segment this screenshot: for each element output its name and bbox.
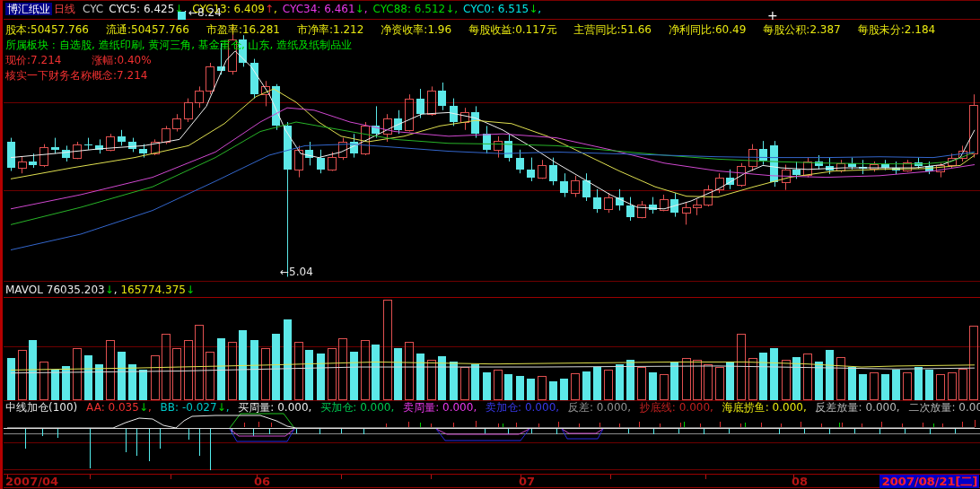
axis-label-2007-04[interactable]: 2007/04 bbox=[5, 475, 58, 488]
mavol-row: MAVOL 76035.203↓, 165774.375↓ bbox=[5, 284, 195, 297]
aa-arrow-icon: ↓ bbox=[139, 401, 148, 414]
cyc34-value: CYC34: 6.461↓, bbox=[283, 3, 368, 15]
change-label: 涨幅: bbox=[92, 54, 117, 66]
indicator-name[interactable]: 中线加仓(100) bbox=[5, 401, 77, 414]
high-price-annotation: ←8.24 bbox=[188, 6, 222, 20]
ind-sell-add: 卖加仓: 0.000, bbox=[486, 401, 559, 414]
roe: 净资收率:1.96 bbox=[381, 23, 451, 37]
ind-aa: AA: 0.035↓, bbox=[86, 401, 152, 414]
sector-list[interactable]: 自选股, 造纸印刷, 黄河三角, 基金重仓, 山东, 造纸及纸制品业 bbox=[59, 39, 352, 51]
eps: 每股收益:0.117元 bbox=[468, 23, 556, 37]
cyc0-arrow-icon: ↓ bbox=[529, 3, 538, 15]
mavol-arrow1-icon: ↓ bbox=[105, 284, 114, 296]
current-price-row: 现价:7.214涨幅:0.40% bbox=[5, 54, 152, 67]
indicator-label-row: 中线加仓(100) AA: 0.035↓, BB: -0.027↓, 买周量: … bbox=[5, 401, 980, 415]
retained-earnings: 每股未分:2.184 bbox=[858, 23, 935, 37]
share-capital: 股本:50457.766 bbox=[5, 23, 89, 37]
ind-contrast: 反差: 0.000, bbox=[568, 401, 631, 414]
ind-sell-volume: 卖周量: 0.000, bbox=[403, 401, 477, 414]
ind-bb: BB: -0.027↓, bbox=[161, 401, 230, 414]
ind-buy-add: 买加仓: 0.000, bbox=[320, 401, 394, 414]
mavol-arrow2-icon: ↓ bbox=[186, 284, 195, 296]
sector-row: 所属板块：自选股, 造纸印刷, 黄河三角, 基金重仓, 山东, 造纸及纸制品业 bbox=[5, 39, 352, 52]
ind-bottom-line: 抄底线: 0.000, bbox=[640, 401, 713, 414]
pb-ratio: 市净率:1.212 bbox=[297, 23, 363, 37]
current-date-badge[interactable]: 2007/08/21[二] bbox=[879, 475, 979, 488]
price-value: 7.214 bbox=[31, 54, 61, 66]
sector-label: 所属板块： bbox=[5, 39, 59, 51]
note-text: 核实一下财务名称概念:7.214 bbox=[5, 69, 147, 82]
change-value: 0.40% bbox=[117, 54, 151, 66]
cyc34-arrow-icon: ↓ bbox=[355, 3, 364, 15]
price-label: 现价: bbox=[5, 54, 31, 66]
top-border bbox=[0, 0, 980, 1]
mavol-label: MAVOL bbox=[5, 284, 43, 296]
title-bar: 博汇纸业日线CYCCYC5: 6.425↓,CYC13: 6.409↑,CYC3… bbox=[5, 3, 541, 16]
peak-marker-icon bbox=[178, 12, 186, 20]
fundamentals-row: 股本:50457.766 流通:50457.766 市盈率:16.281 市净率… bbox=[5, 23, 935, 37]
note-row: 核实一下财务名称概念:7.214 bbox=[5, 69, 147, 83]
cyc13-arrow-icon: ↑ bbox=[265, 3, 274, 15]
axis-label-06[interactable]: 06 bbox=[254, 475, 270, 488]
period-tab[interactable]: 日线 bbox=[54, 3, 75, 15]
mavol-value1: 76035.203 bbox=[47, 284, 105, 296]
cyc0-value: CYC0: 6.515↓, bbox=[463, 3, 541, 15]
float-shares: 流通:50457.766 bbox=[106, 23, 189, 37]
ind-bottom-fishing: 海底捞鱼: 0.000, bbox=[722, 401, 807, 414]
mavol-value2: 165774.375 bbox=[120, 284, 186, 296]
capital-reserve: 每股公积:2.387 bbox=[763, 23, 840, 37]
bb-arrow-icon: ↓ bbox=[217, 401, 226, 414]
ind-buy-volume: 买周量: 0.000, bbox=[238, 401, 311, 414]
low-price-annotation: ←5.04 bbox=[280, 266, 313, 279]
cyc88-arrow-icon: ↓ bbox=[445, 3, 454, 15]
cyc5-value: CYC5: 6.425↓, bbox=[109, 3, 187, 15]
profit-yoy: 净利同比:60.49 bbox=[669, 23, 746, 37]
pe-ratio: 市盈率:16.281 bbox=[206, 23, 280, 37]
ind-contrast-volume: 反差放量: 0.000, bbox=[816, 401, 900, 414]
left-border-strip bbox=[0, 0, 3, 489]
ind-second-volume: 二次放量: 0.000)0 bbox=[908, 401, 980, 414]
axis-label-08[interactable]: 08 bbox=[792, 475, 808, 488]
crosshair-cursor-icon: + bbox=[767, 9, 778, 22]
stock-name[interactable]: 博汇纸业 bbox=[5, 3, 52, 15]
indicator-group-label: CYC bbox=[83, 3, 103, 15]
axis-label-07[interactable]: 07 bbox=[519, 475, 535, 488]
revenue-yoy: 主营同比:51.66 bbox=[574, 23, 652, 37]
stock-chart-window: 博汇纸业日线CYCCYC5: 6.425↓,CYC13: 6.409↑,CYC3… bbox=[0, 0, 980, 489]
cyc88-value: CYC88: 6.512↓, bbox=[372, 3, 458, 15]
